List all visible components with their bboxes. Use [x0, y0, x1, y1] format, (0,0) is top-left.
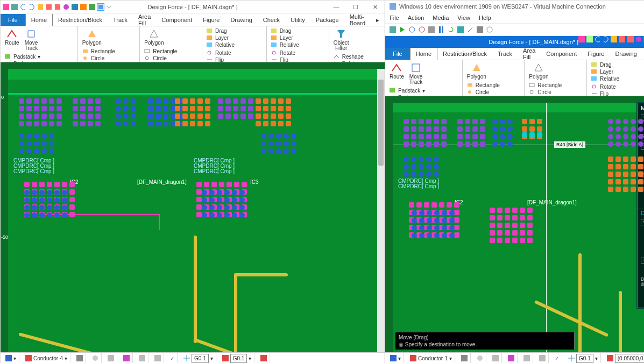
pad[interactable] — [411, 141, 416, 147]
via[interactable] — [412, 210, 417, 216]
pad[interactable] — [497, 215, 503, 220]
pad[interactable] — [426, 141, 431, 147]
pad[interactable] — [271, 98, 276, 104]
move-track-button[interactable]: Move Track — [23, 27, 40, 52]
via[interactable] — [54, 197, 60, 203]
via[interactable] — [261, 133, 266, 139]
pad[interactable] — [196, 197, 202, 202]
via[interactable] — [638, 141, 643, 147]
via[interactable] — [209, 190, 215, 195]
pad[interactable] — [155, 121, 161, 126]
status-ico[interactable] — [139, 355, 145, 361]
pad[interactable] — [529, 119, 535, 124]
pad[interactable] — [527, 238, 533, 243]
pad[interactable] — [49, 121, 54, 126]
vm-enhanced-icon[interactable] — [477, 26, 483, 33]
pad[interactable] — [411, 134, 416, 139]
layer-indicator[interactable]: Conductor-4 ▾ — [23, 353, 70, 363]
pad[interactable] — [426, 134, 431, 139]
pad[interactable] — [88, 106, 93, 111]
pad[interactable] — [47, 182, 52, 187]
via[interactable] — [507, 134, 513, 139]
pad[interactable] — [623, 172, 628, 177]
pad[interactable] — [80, 121, 86, 126]
pad[interactable] — [148, 113, 153, 119]
pad[interactable] — [434, 141, 439, 147]
cutout-circle-button[interactable]: Circle — [527, 89, 564, 96]
pad[interactable] — [472, 141, 478, 147]
vm-checkpoint-icon[interactable] — [457, 26, 464, 33]
pad[interactable] — [278, 98, 284, 104]
snap1[interactable]: G0.1▾ — [565, 353, 601, 363]
via[interactable] — [131, 121, 136, 126]
pad[interactable] — [278, 106, 284, 111]
pad[interactable] — [271, 121, 276, 126]
pad[interactable] — [480, 126, 485, 132]
pad[interactable] — [439, 202, 444, 208]
pad[interactable] — [54, 182, 60, 187]
via[interactable] — [284, 133, 289, 139]
via[interactable] — [24, 197, 30, 203]
zoom-icon[interactable] — [89, 4, 95, 10]
pad[interactable] — [434, 119, 439, 124]
layer-indicator[interactable]: Conductor-1 ▾ — [407, 353, 455, 363]
ribbon-overflow-icon[interactable]: ▸ — [371, 14, 385, 26]
status-ico[interactable] — [76, 355, 83, 361]
via[interactable] — [507, 126, 513, 132]
pad[interactable] — [205, 98, 210, 104]
pad[interactable] — [69, 189, 75, 195]
pad[interactable] — [490, 223, 495, 228]
pad[interactable] — [155, 106, 161, 111]
via[interactable] — [62, 212, 67, 218]
via[interactable] — [449, 233, 455, 238]
via[interactable] — [34, 141, 39, 146]
via[interactable] — [202, 212, 207, 218]
save-icon[interactable] — [586, 36, 593, 42]
pad[interactable] — [233, 98, 238, 104]
pad[interactable] — [256, 98, 261, 104]
pad[interactable] — [26, 106, 32, 111]
pad[interactable] — [271, 113, 276, 119]
pad[interactable] — [623, 187, 628, 192]
pad[interactable] — [80, 113, 86, 119]
cutout-rectangle-button[interactable]: Rectangle — [142, 48, 179, 55]
via[interactable] — [492, 134, 498, 139]
pad[interactable] — [441, 126, 447, 132]
pad[interactable] — [419, 126, 424, 132]
pad[interactable] — [34, 113, 39, 119]
via[interactable] — [608, 126, 613, 132]
pad[interactable] — [32, 182, 37, 187]
pad[interactable] — [256, 113, 261, 119]
via[interactable] — [615, 141, 621, 147]
via[interactable] — [427, 210, 432, 216]
status-ico[interactable] — [508, 355, 514, 361]
via[interactable] — [631, 126, 636, 132]
status-ico[interactable] — [92, 355, 98, 361]
via[interactable] — [34, 133, 39, 139]
via[interactable] — [26, 148, 32, 154]
via[interactable] — [284, 141, 289, 146]
pad[interactable] — [182, 98, 188, 104]
pad[interactable] — [522, 119, 527, 124]
pad[interactable] — [623, 156, 628, 162]
cutout-polygon-button[interactable]: Polygon — [142, 27, 166, 47]
via[interactable] — [427, 233, 432, 238]
pad[interactable] — [490, 238, 495, 243]
via[interactable] — [116, 106, 121, 111]
pad[interactable] — [457, 141, 463, 147]
via[interactable] — [434, 233, 440, 238]
areafill-circle-button[interactable]: Circle — [80, 55, 117, 62]
via[interactable] — [492, 141, 498, 147]
pad[interactable] — [233, 106, 238, 111]
pad[interactable] — [419, 134, 424, 139]
via[interactable] — [26, 133, 32, 139]
pad[interactable] — [278, 121, 284, 126]
tab-drawing[interactable]: Drawing — [610, 48, 642, 60]
via[interactable] — [116, 98, 121, 104]
pad[interactable] — [615, 172, 621, 177]
move-track-button[interactable]: Move Track — [407, 61, 425, 86]
pad[interactable] — [286, 113, 291, 119]
via[interactable] — [47, 197, 52, 203]
pad[interactable] — [234, 182, 239, 187]
pad[interactable] — [623, 164, 628, 169]
